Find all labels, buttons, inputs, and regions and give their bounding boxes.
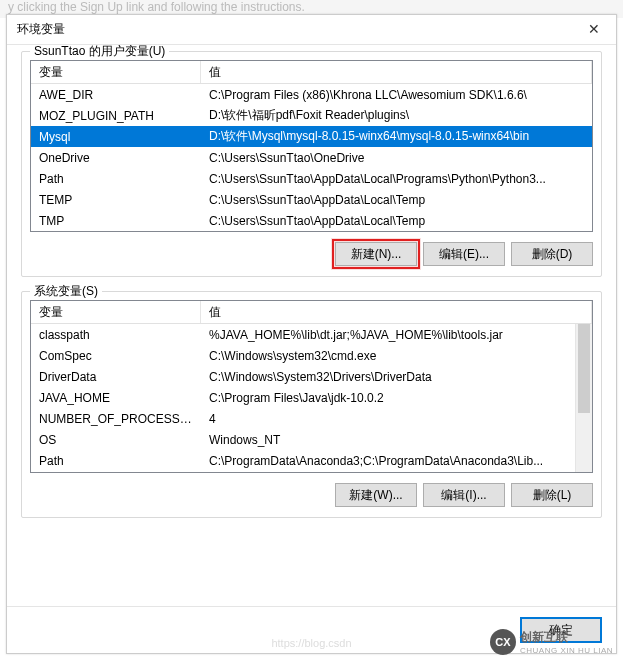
cell-variable: OS [31, 433, 201, 447]
scrollbar-thumb[interactable] [578, 324, 590, 413]
cell-value: C:\Users\SsunTtao\OneDrive [201, 151, 592, 165]
dialog-title: 环境变量 [17, 21, 580, 38]
scrollbar[interactable] [575, 324, 592, 472]
new-user-var-button[interactable]: 新建(N)... [335, 242, 417, 266]
column-variable[interactable]: 变量 [31, 301, 201, 323]
table-row[interactable]: NUMBER_OF_PROCESSORS4 [31, 408, 592, 429]
close-icon[interactable]: ✕ [580, 20, 608, 40]
user-buttons-row: 新建(N)... 编辑(E)... 删除(D) [30, 242, 593, 266]
table-row[interactable]: MysqlD:\软件\Mysql\mysql-8.0.15-winx64\mys… [31, 126, 592, 147]
column-value[interactable]: 值 [201, 301, 592, 323]
list-header: 变量 值 [31, 61, 592, 84]
cell-variable: Mysql [31, 130, 201, 144]
cell-value: C:\Program Files\Java\jdk-10.0.2 [201, 391, 592, 405]
user-variables-group: SsunTtao 的用户变量(U) 变量 值 AWE_DIRC:\Program… [21, 51, 602, 277]
cell-variable: DriverData [31, 370, 201, 384]
cell-value: C:\ProgramData\Anaconda3;C:\ProgramData\… [201, 454, 592, 468]
ok-button[interactable]: 确定 [520, 617, 602, 643]
environment-variables-dialog: 环境变量 ✕ SsunTtao 的用户变量(U) 变量 值 AWE_DIRC:\… [6, 14, 617, 654]
system-buttons-row: 新建(W)... 编辑(I)... 删除(L) [30, 483, 593, 507]
column-value[interactable]: 值 [201, 61, 592, 83]
cell-value: C:\Users\SsunTtao\AppData\Local\Temp [201, 214, 592, 228]
cell-variable: classpath [31, 328, 201, 342]
titlebar: 环境变量 ✕ [7, 15, 616, 45]
table-row[interactable]: ComSpecC:\Windows\system32\cmd.exe [31, 345, 592, 366]
user-variables-list[interactable]: 变量 值 AWE_DIRC:\Program Files (x86)\Khron… [30, 60, 593, 232]
cell-variable: ComSpec [31, 349, 201, 363]
delete-sys-var-button[interactable]: 删除(L) [511, 483, 593, 507]
table-row[interactable]: PathC:\ProgramData\Anaconda3;C:\ProgramD… [31, 450, 592, 471]
cell-variable: JAVA_HOME [31, 391, 201, 405]
system-variables-group: 系统变量(S) 变量 值 classpath%JAVA_HOME%\lib\dt… [21, 291, 602, 518]
table-row[interactable]: TEMPC:\Users\SsunTtao\AppData\Local\Temp [31, 189, 592, 210]
table-row[interactable]: PathC:\Users\SsunTtao\AppData\Local\Prog… [31, 168, 592, 189]
cell-value: D:\软件\Mysql\mysql-8.0.15-winx64\mysql-8.… [201, 128, 592, 145]
cell-variable: OneDrive [31, 151, 201, 165]
cell-value: C:\Windows\system32\cmd.exe [201, 349, 592, 363]
table-row[interactable]: JAVA_HOMEC:\Program Files\Java\jdk-10.0.… [31, 387, 592, 408]
cell-value: C:\Windows\System32\Drivers\DriverData [201, 370, 592, 384]
cell-variable: MOZ_PLUGIN_PATH [31, 109, 201, 123]
system-group-label: 系统变量(S) [30, 283, 102, 300]
cell-value: C:\Users\SsunTtao\AppData\Local\Temp [201, 193, 592, 207]
cell-variable: AWE_DIR [31, 88, 201, 102]
cell-variable: TEMP [31, 193, 201, 207]
cell-variable: TMP [31, 214, 201, 228]
list-header: 变量 值 [31, 301, 592, 324]
table-row[interactable]: classpath%JAVA_HOME%\lib\dt.jar;%JAVA_HO… [31, 324, 592, 345]
user-group-label: SsunTtao 的用户变量(U) [30, 45, 169, 60]
edit-sys-var-button[interactable]: 编辑(I)... [423, 483, 505, 507]
cell-value: C:\Program Files (x86)\Khrona LLC\Awesom… [201, 88, 592, 102]
cell-variable: Path [31, 172, 201, 186]
cell-value: C:\Users\SsunTtao\AppData\Local\Programs… [201, 172, 592, 186]
dialog-content: SsunTtao 的用户变量(U) 变量 值 AWE_DIRC:\Program… [7, 45, 616, 606]
cell-value: %JAVA_HOME%\lib\dt.jar;%JAVA_HOME%\lib\t… [201, 328, 592, 342]
cell-value: Windows_NT [201, 433, 592, 447]
cell-value: D:\软件\福昕pdf\Foxit Reader\plugins\ [201, 107, 592, 124]
table-row[interactable]: DriverDataC:\Windows\System32\Drivers\Dr… [31, 366, 592, 387]
new-sys-var-button[interactable]: 新建(W)... [335, 483, 417, 507]
table-row[interactable]: OSWindows_NT [31, 429, 592, 450]
cell-variable: NUMBER_OF_PROCESSORS [31, 412, 201, 426]
column-variable[interactable]: 变量 [31, 61, 201, 83]
system-variables-list[interactable]: 变量 值 classpath%JAVA_HOME%\lib\dt.jar;%JA… [30, 300, 593, 473]
table-row[interactable]: AWE_DIRC:\Program Files (x86)\Khrona LLC… [31, 84, 592, 105]
table-row[interactable]: MOZ_PLUGIN_PATHD:\软件\福昕pdf\Foxit Reader\… [31, 105, 592, 126]
edit-user-var-button[interactable]: 编辑(E)... [423, 242, 505, 266]
cell-value: 4 [201, 412, 592, 426]
table-row[interactable]: TMPC:\Users\SsunTtao\AppData\Local\Temp [31, 210, 592, 231]
cell-variable: Path [31, 454, 201, 468]
table-row[interactable]: OneDriveC:\Users\SsunTtao\OneDrive [31, 147, 592, 168]
dialog-footer: 确定 [7, 606, 616, 653]
delete-user-var-button[interactable]: 删除(D) [511, 242, 593, 266]
